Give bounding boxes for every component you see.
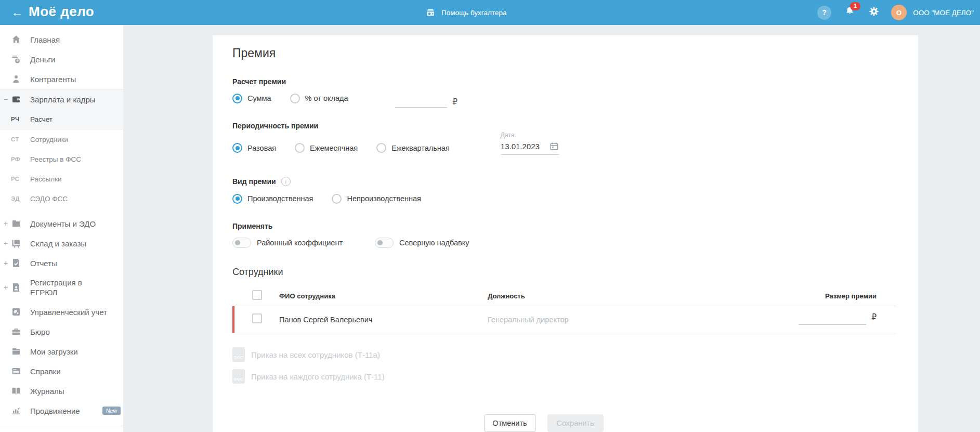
radio-icon[interactable]	[232, 143, 242, 153]
radio-option[interactable]: % от оклада	[290, 94, 348, 103]
sidebar-item-отчеты[interactable]: +Отчеты	[0, 253, 123, 273]
save-button[interactable]: Сохранить	[547, 414, 604, 432]
radio-option[interactable]: Ежемесячная	[295, 143, 358, 153]
help-center-button[interactable]: Помощь бухгалтера	[425, 0, 506, 25]
radio-option[interactable]: Непроизводственная	[332, 194, 421, 204]
downloads-icon	[11, 346, 21, 357]
sidebar-menu: ГлавнаяДеньгиКонтрагенты−Зарплата и кадр…	[0, 25, 123, 421]
premium-form-card: Премия Расчет премии Сумма% от оклада ₽ …	[213, 35, 918, 432]
toggle-switch[interactable]	[232, 238, 251, 248]
cancel-button[interactable]: Отменить	[484, 414, 536, 432]
sidebar-item-label: Отчеты	[30, 258, 111, 268]
main-content-area: Премия Расчет премии Сумма% от оклада ₽ …	[123, 25, 980, 432]
radio-icon[interactable]	[232, 94, 242, 103]
radio-option[interactable]: Ежеквартальная	[376, 143, 450, 153]
sidebar-item-продвижение[interactable]: ПродвижениеNew	[0, 401, 123, 421]
radio-option[interactable]: Разовая	[232, 143, 276, 153]
sidebar-item-регистрация-в-егрюл[interactable]: +Регистрация в ЕГРЮЛ	[0, 273, 123, 302]
settings-button[interactable]	[868, 6, 880, 19]
apply-toggle-row: Районный коэффициентСеверную надбавку	[232, 238, 896, 248]
kind-radio-row: ПроизводственнаяНепроизводственная	[232, 192, 896, 205]
expander-icon[interactable]: +	[4, 239, 11, 247]
radio-icon[interactable]	[295, 143, 305, 153]
sidebar-item-склад-и-заказы[interactable]: +Склад и заказы	[0, 233, 123, 253]
form-buttons: Отменить Сохранить	[212, 414, 876, 432]
notifications-button[interactable]: 1	[844, 6, 856, 20]
amount-input[interactable]	[395, 96, 447, 108]
sidebar-item-реестры-в-фсс[interactable]: РФРеестры в ФСС	[0, 149, 123, 169]
sidebar-item-label: Документы и ЭДО	[30, 219, 111, 229]
expander-icon[interactable]: +	[4, 219, 11, 228]
sidebar-item-сотрудники[interactable]: СТСотрудники	[0, 129, 123, 149]
employee-name: Панов Сергей Валерьевич	[279, 316, 488, 324]
expander-icon[interactable]: +	[4, 283, 11, 292]
sidebar-item-деньги[interactable]: Деньги	[0, 49, 123, 69]
sidebar-item-label: Рассылки	[30, 174, 111, 184]
sidebar-item-контрагенты[interactable]: Контрагенты	[0, 69, 123, 89]
sidebar-item-управленческий-учет[interactable]: Управленческий учет	[0, 302, 123, 322]
premium-amount-input[interactable]	[799, 314, 866, 325]
column-header-name: ФИО сотрудника	[279, 292, 488, 300]
help-center-label: Помощь бухгалтера	[441, 9, 506, 17]
app-header: ← Моё дело Помощь бухгалтера ? 1 О ООО "…	[0, 0, 980, 25]
home-icon	[11, 34, 21, 45]
sidebar-item-рассылки[interactable]: РСРассылки	[0, 169, 123, 189]
amount-input-group: ₽	[395, 96, 458, 108]
sidebar-item-расчет[interactable]: РЧРасчет	[0, 109, 123, 129]
calc-radio-row: Сумма% от оклада ₽	[232, 92, 896, 104]
radio-icon[interactable]	[332, 194, 342, 204]
sidebar-item-label: Главная	[30, 35, 111, 45]
sidebar-item-label: Склад и заказы	[30, 239, 111, 248]
expander-icon[interactable]: +	[4, 259, 11, 267]
employee-position: Генеральный директор	[488, 316, 798, 324]
app-logo[interactable]: Моё дело	[29, 4, 94, 20]
partners-icon	[11, 74, 21, 84]
radio-icon[interactable]	[232, 194, 242, 204]
radio-option[interactable]: Сумма	[232, 94, 271, 103]
back-arrow-icon[interactable]: ←	[11, 5, 23, 20]
doc-link[interactable]: DOCПриказ на каждого сотрудника (Т-11)	[232, 365, 896, 387]
toggle-switch[interactable]	[375, 238, 394, 248]
sidebar-item-бюро[interactable]: Бюро	[0, 322, 123, 342]
toggle-option[interactable]: Северную надбавку	[375, 238, 469, 248]
radio-icon[interactable]	[376, 143, 386, 153]
doc-link[interactable]: DOCПриказ на всех сотрудников (Т-11а)	[232, 344, 896, 365]
sidebar-item-сэдо-фсс[interactable]: ЭДСЭДО ФСС	[0, 189, 123, 208]
toggle-option[interactable]: Районный коэффициент	[232, 238, 343, 248]
sidebar-item-журналы[interactable]: Журналы	[0, 381, 123, 401]
avatar[interactable]: О	[891, 5, 907, 20]
column-header-position: Должность	[488, 292, 798, 300]
doc-icon-text: DOC	[234, 377, 243, 382]
sidebar-item-справки[interactable]: Справки	[0, 361, 123, 381]
date-field[interactable]: Дата 13.01.2023	[501, 132, 559, 155]
gear-icon	[868, 6, 880, 17]
sidebar-item-мои-загрузки[interactable]: Мои загрузки	[0, 342, 123, 361]
date-value[interactable]: 13.01.2023	[501, 142, 550, 151]
row-checkbox[interactable]	[252, 313, 262, 323]
toggle-label: Районный коэффициент	[257, 239, 343, 247]
calendar-icon[interactable]	[550, 141, 559, 151]
date-value-row[interactable]: 13.01.2023	[501, 141, 559, 155]
info-icon[interactable]: i	[281, 177, 291, 186]
sidebar-item-label: Продвижение	[30, 406, 111, 416]
sidebar-item-label: Журналы	[30, 386, 111, 396]
new-badge: New	[102, 407, 121, 415]
money-help-icon	[425, 7, 436, 18]
sidebar-item-главная[interactable]: Главная	[0, 30, 123, 49]
sidebar-item-документы-и-эдо[interactable]: +Документы и ЭДО	[0, 214, 123, 233]
help-icon[interactable]: ?	[817, 6, 831, 20]
certificates-icon	[11, 366, 21, 376]
employees-table: ФИО сотрудника Должность Размер премии П…	[232, 286, 896, 333]
sidebar-item-label: Бюро	[30, 327, 111, 337]
expander-icon[interactable]: −	[4, 95, 11, 103]
select-all-checkbox[interactable]	[252, 290, 262, 300]
radio-icon[interactable]	[290, 94, 300, 103]
sidebar-item-зарплата-и-кадры[interactable]: −Зарплата и кадры	[0, 89, 123, 109]
registration-icon	[11, 282, 21, 293]
sidebar-item-label: Управленческий учет	[30, 307, 111, 317]
org-name[interactable]: ООО "МОЕ ДЕЛО"	[913, 9, 974, 17]
doc-file-icon: DOC	[232, 347, 245, 362]
warehouse-icon	[11, 238, 21, 248]
submenu-prefix: СТ	[11, 136, 21, 142]
radio-option[interactable]: Производственная	[232, 194, 313, 204]
